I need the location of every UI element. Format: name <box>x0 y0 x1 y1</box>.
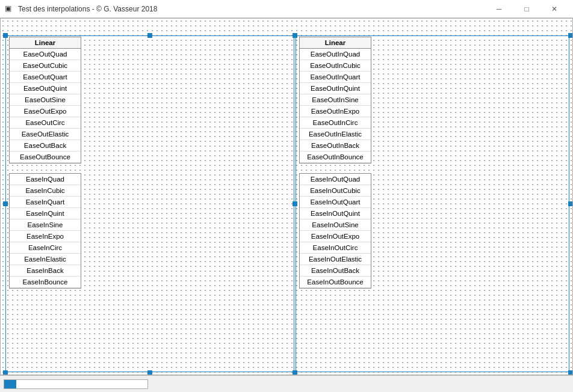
list-item[interactable]: EaseOutBounce <box>10 152 81 163</box>
list-item[interactable]: EaseInQuint <box>10 208 81 219</box>
list-item[interactable]: EaseInSine <box>10 219 81 231</box>
list-item[interactable]: EaseInOutCirc <box>300 242 371 254</box>
list-item[interactable]: EaseInBack <box>10 265 81 277</box>
left-list-1-header[interactable]: Linear <box>10 37 81 49</box>
title-bar: ▣ Test des interpolations - © G. Vasseur… <box>0 0 573 18</box>
window-title: Test des interpolations - © G. Vasseur 2… <box>18 5 157 13</box>
list-item[interactable]: EaseInCubic <box>10 185 81 197</box>
list-item[interactable]: EaseInExpo <box>10 231 81 242</box>
title-bar-left: ▣ Test des interpolations - © G. Vasseur… <box>5 4 157 14</box>
handle-r-mr[interactable] <box>568 201 573 206</box>
handle-r-tr[interactable] <box>568 33 573 38</box>
title-bar-controls: ─ □ ✕ <box>485 0 568 18</box>
handle-tl[interactable] <box>3 33 8 38</box>
list-item[interactable]: EaseInOutExpo <box>300 231 371 242</box>
list-item[interactable]: EaseOutElastic <box>10 129 81 140</box>
list-item[interactable]: EaseInOutQuart <box>300 197 371 208</box>
progress-bar-container <box>4 379 148 389</box>
handle-r-br[interactable] <box>568 370 573 375</box>
list-item[interactable]: EaseInBounce <box>10 277 81 288</box>
list-item[interactable]: EaseOutBack <box>10 140 81 152</box>
list-item[interactable]: EaseInQuad <box>10 174 81 185</box>
list-item[interactable]: EaseInCirc <box>10 242 81 254</box>
list-item[interactable]: EaseOutInElastic <box>300 129 371 140</box>
app-icon: ▣ <box>5 4 14 14</box>
progress-bar-fill <box>4 380 16 388</box>
list-item[interactable]: EaseOutCubic <box>10 60 81 72</box>
list-item[interactable]: EaseOutExpo <box>10 106 81 117</box>
handle-tr[interactable] <box>293 33 297 38</box>
list-item[interactable]: EaseInOutBounce <box>300 277 371 288</box>
handle-bc[interactable] <box>147 370 152 375</box>
list-item[interactable]: EaseOutInBounce <box>300 152 371 163</box>
list-item[interactable]: EaseOutInCirc <box>300 117 371 129</box>
list-item[interactable]: EaseInQuart <box>10 197 81 208</box>
list-item[interactable]: EaseOutInBack <box>300 140 371 152</box>
list-item[interactable]: EaseInOutCubic <box>300 185 371 197</box>
list-item[interactable]: EaseOutInSine <box>300 94 371 106</box>
right-list-1-header[interactable]: Linear <box>300 37 371 49</box>
right-list-2: EaseInOutQuad EaseInOutCubic EaseInOutQu… <box>299 173 371 289</box>
list-item[interactable]: EaseOutInQuint <box>300 83 371 94</box>
right-list-1: Linear EaseOutInQuad EaseOutInCubic Ease… <box>299 37 371 164</box>
list-item[interactable]: EaseInOutQuad <box>300 174 371 185</box>
close-button[interactable]: ✕ <box>540 0 568 18</box>
handle-tc[interactable] <box>147 33 152 38</box>
list-item[interactable]: EaseOutInQuad <box>300 49 371 60</box>
maximize-button[interactable]: □ <box>513 0 540 18</box>
left-list-2: EaseInQuad EaseInCubic EaseInQuart EaseI… <box>9 173 81 289</box>
list-item[interactable]: EaseOutInCubic <box>300 60 371 72</box>
list-item[interactable]: EaseInOutQuint <box>300 208 371 219</box>
list-item[interactable]: EaseOutInExpo <box>300 106 371 117</box>
handle-bl[interactable] <box>3 370 8 375</box>
list-item[interactable]: EaseOutInQuart <box>300 72 371 83</box>
left-list-1: Linear EaseOutQuad EaseOutCubic EaseOutQ… <box>9 37 81 164</box>
list-item[interactable]: EaseOutQuint <box>10 83 81 94</box>
list-item[interactable]: EaseInElastic <box>10 254 81 265</box>
list-item[interactable]: EaseInOutSine <box>300 219 371 231</box>
status-bar <box>0 375 573 392</box>
main-area: Linear EaseOutQuad EaseOutCubic EaseOutQ… <box>0 18 573 375</box>
handle-ml[interactable] <box>3 201 8 206</box>
list-item[interactable]: EaseOutQuart <box>10 72 81 83</box>
list-item[interactable]: EaseInOutElastic <box>300 254 371 265</box>
list-item[interactable]: EaseOutQuad <box>10 49 81 60</box>
minimize-button[interactable]: ─ <box>485 0 513 18</box>
list-item[interactable]: EaseInOutBack <box>300 265 371 277</box>
list-item[interactable]: EaseOutSine <box>10 94 81 106</box>
handle-br[interactable] <box>293 370 297 375</box>
handle-mr[interactable] <box>293 201 297 206</box>
list-item[interactable]: EaseOutCirc <box>10 117 81 129</box>
dotted-background <box>1 19 572 375</box>
